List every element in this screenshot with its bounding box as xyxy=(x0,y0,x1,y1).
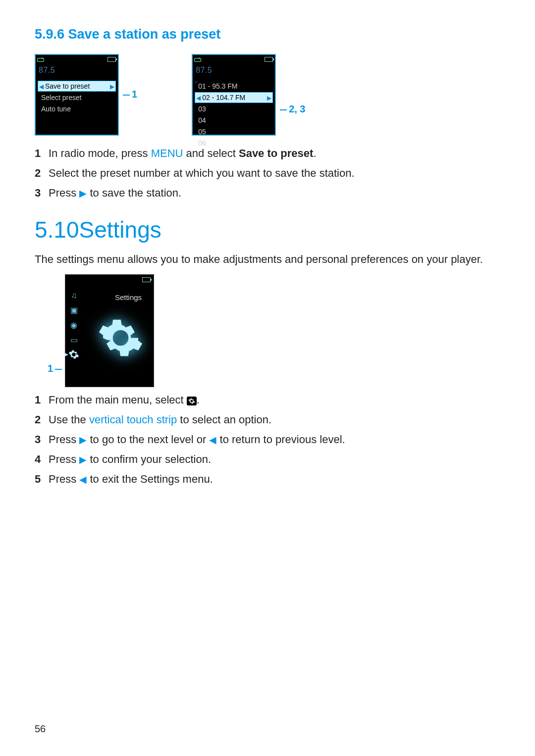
step: Select the preset number at which you wa… xyxy=(35,165,500,181)
menu-item-select-preset: Select preset xyxy=(38,92,116,103)
step: Press ▶ to go to the next level or ◀ to … xyxy=(35,432,500,448)
battery-icon xyxy=(107,57,116,62)
photo-icon: ◉ xyxy=(68,319,79,330)
steps-510: From the main menu, select . Use the ver… xyxy=(35,392,500,487)
battery-icon xyxy=(142,277,151,282)
page-number: 56 xyxy=(35,722,46,736)
step: From the main menu, select . xyxy=(35,392,500,408)
play-left-icon: ◀ xyxy=(79,474,87,485)
subsection-heading: 5.9.6 Save a station as preset xyxy=(35,25,500,44)
menu-key: MENU xyxy=(151,147,183,159)
preset-item: 05 xyxy=(195,126,273,137)
settings-icon-selected xyxy=(68,349,79,360)
battery-icon xyxy=(265,57,273,62)
step: Use the vertical touch strip to select a… xyxy=(35,412,500,428)
settings-title: Settings xyxy=(115,292,142,303)
video-icon: ▣ xyxy=(68,304,79,315)
vertical-touch-strip-link: vertical touch strip xyxy=(89,413,177,426)
settings-inline-icon xyxy=(187,397,197,405)
radio-icon xyxy=(194,57,200,62)
radio-screens-figure: 87.5 Save to preset Select preset Auto t… xyxy=(35,54,500,136)
step: Press ◀ to exit the Settings menu. xyxy=(35,471,500,487)
step: Press ▶ to confirm your selection. xyxy=(35,452,500,467)
preset-item: 01 - 95.3 FM xyxy=(195,81,273,92)
settings-screen: ♫ ▣ ◉ ▭ Settings xyxy=(65,274,154,387)
steps-596: In radio mode, press MENU and select Sav… xyxy=(35,146,500,201)
menu-item-auto-tune: Auto tune xyxy=(38,103,116,114)
frequency-display: 87.5 xyxy=(193,63,275,76)
preset-item: 06 xyxy=(195,138,273,149)
callout-2-3: 2, 3 xyxy=(280,102,305,116)
radio-icon: ▭ xyxy=(68,334,79,345)
step: Press ▶ to save the station. xyxy=(35,185,500,201)
settings-screen-figure: 1 ♫ ▣ ◉ ▭ Settings xyxy=(52,274,500,387)
play-right-icon: ▶ xyxy=(79,435,87,445)
frequency-display: 87.5 xyxy=(36,63,118,76)
callout-1-settings: 1 xyxy=(48,361,62,376)
music-icon: ♫ xyxy=(68,290,79,301)
radio-screen-preset-list: 87.5 01 - 95.3 FM 02 - 104.7 FM 03 04 05… xyxy=(192,54,276,136)
menu-item-save-to-preset: Save to preset xyxy=(38,81,116,92)
section-intro: The settings menu allows you to make adj… xyxy=(35,252,500,267)
play-right-icon: ▶ xyxy=(79,188,87,199)
preset-item: 04 xyxy=(195,115,273,126)
radio-screen-save-menu: 87.5 Save to preset Select preset Auto t… xyxy=(35,54,119,136)
preset-item-selected: 02 - 104.7 FM xyxy=(195,92,273,103)
section-heading: 5.10Settings xyxy=(35,213,500,247)
preset-item: 03 xyxy=(195,103,273,114)
callout-1: 1 xyxy=(123,87,137,101)
play-left-icon: ◀ xyxy=(209,435,216,445)
play-right-icon: ▶ xyxy=(79,454,87,465)
gear-icon-large xyxy=(97,314,144,361)
radio-icon xyxy=(37,57,43,62)
